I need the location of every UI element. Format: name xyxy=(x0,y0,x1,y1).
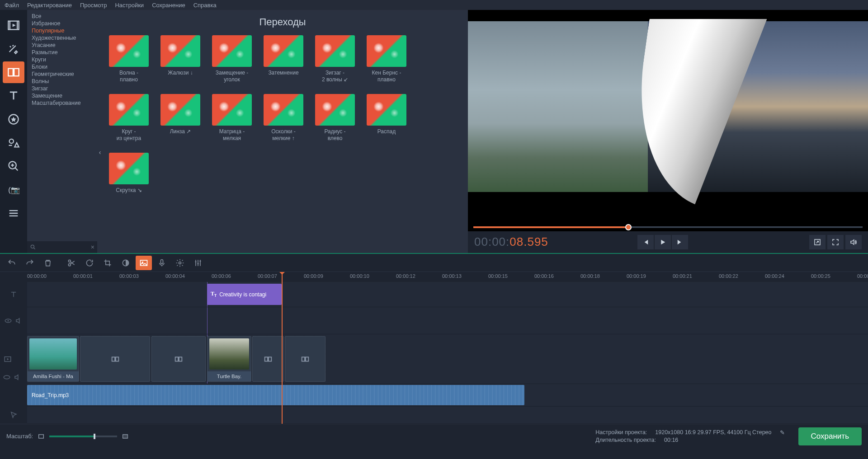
undo-button[interactable] xyxy=(4,256,20,270)
audio-clip[interactable]: Road_Trip.mp3 xyxy=(27,385,524,405)
overlay-track[interactable] xyxy=(27,307,868,334)
volume-icon[interactable] xyxy=(845,235,862,249)
collapse-sidebar-icon[interactable]: ‹ xyxy=(97,145,103,159)
prev-frame-button[interactable] xyxy=(637,235,654,249)
overlay-track-label[interactable] xyxy=(0,307,27,334)
overlay-button[interactable] xyxy=(136,256,152,270)
audio-track-label[interactable] xyxy=(0,384,27,407)
svg-marker-7 xyxy=(14,143,19,147)
transition-item[interactable]: Скрутка ↘ xyxy=(108,153,150,194)
save-button[interactable]: Сохранить xyxy=(798,427,862,445)
category-item[interactable]: Популярные xyxy=(27,27,97,34)
svg-rect-3 xyxy=(14,69,19,76)
video-track-label[interactable] xyxy=(0,334,27,384)
next-frame-button[interactable] xyxy=(672,235,688,249)
title-clip[interactable]: TTCreativity is contagi xyxy=(207,284,282,305)
transition-item[interactable]: Матрица - мелкая xyxy=(211,94,253,142)
redo-button[interactable] xyxy=(22,256,38,270)
title-track[interactable]: TTCreativity is contagi xyxy=(27,282,868,307)
fullscreen-icon[interactable] xyxy=(827,235,844,249)
project-info: Настройки проекта:1920x1080 16:9 29.97 F… xyxy=(595,429,784,443)
category-item[interactable]: Замещение xyxy=(27,92,97,99)
category-item[interactable]: Художественные xyxy=(27,34,97,42)
category-item[interactable]: Масштабирование xyxy=(27,99,97,107)
clear-search-icon[interactable]: × xyxy=(91,244,94,251)
audio-track[interactable]: Road_Trip.mp3 xyxy=(27,384,868,407)
category-item[interactable]: Угасание xyxy=(27,42,97,49)
preview-viewport[interactable] xyxy=(468,10,868,223)
category-item[interactable]: Все xyxy=(27,13,97,20)
category-item[interactable]: Размытие xyxy=(27,49,97,56)
transition-item[interactable]: Радиус - влево xyxy=(314,94,356,142)
tool-titles-icon[interactable] xyxy=(3,85,24,107)
transition-item[interactable]: Линза ↗ xyxy=(160,94,201,142)
cursor-track[interactable] xyxy=(27,407,868,424)
edit-settings-icon[interactable]: ✎ xyxy=(780,429,785,436)
transition-item[interactable]: Затемнение xyxy=(263,35,304,83)
crop-button[interactable] xyxy=(99,256,116,270)
svg-marker-5 xyxy=(11,117,16,122)
tool-shapes-icon[interactable] xyxy=(3,132,24,154)
video-clip-1[interactable]: Amilla Fushi - Ma xyxy=(27,336,79,382)
tool-zoom-icon[interactable] xyxy=(3,155,24,177)
tool-capture-icon[interactable]: (📷) xyxy=(3,179,24,201)
timeline-body[interactable]: 00:00:0000:00:0100:00:0300:00:0400:00:06… xyxy=(27,272,868,424)
category-item[interactable]: Геометрические xyxy=(27,70,97,78)
transition-item[interactable]: Осколки - мелкие ↑ xyxy=(263,94,304,142)
split-button[interactable] xyxy=(63,256,80,270)
menu-view[interactable]: Просмотр xyxy=(80,2,107,9)
transition-item[interactable]: Кен Бернс - плавно xyxy=(366,35,407,83)
transition-item[interactable]: Распад xyxy=(366,94,407,142)
popout-icon[interactable] xyxy=(809,235,826,249)
transition-clip-2[interactable] xyxy=(151,336,206,382)
menu-file[interactable]: Файл xyxy=(5,2,19,9)
eye-icon xyxy=(4,317,12,325)
transition-item[interactable]: Зигзаг - 2 волны ↙ xyxy=(314,35,356,83)
panel-title: Переходы xyxy=(108,16,457,28)
tool-transitions-icon[interactable] xyxy=(3,61,24,83)
transition-item[interactable]: Жалюзи ↓ xyxy=(160,35,201,83)
search-bar[interactable]: × xyxy=(27,241,97,253)
category-item[interactable]: Волны xyxy=(27,78,97,85)
transition-clip-1[interactable] xyxy=(80,336,150,382)
zoom-label: Масштаб: xyxy=(6,433,33,440)
mic-button[interactable] xyxy=(154,256,170,270)
equalizer-button[interactable] xyxy=(190,256,206,270)
transition-item[interactable]: Волна - плавно xyxy=(108,35,150,83)
menu-help[interactable]: Справка xyxy=(193,2,217,9)
menu-save[interactable]: Сохранение xyxy=(152,2,185,9)
preview-seekbar[interactable] xyxy=(468,223,868,231)
transition-item[interactable]: Круг - из центра xyxy=(108,94,150,142)
tool-more-icon[interactable] xyxy=(3,202,24,224)
menu-settings[interactable]: Настройки xyxy=(115,2,144,9)
zoom-out-icon[interactable] xyxy=(38,433,45,440)
color-button[interactable] xyxy=(118,256,134,270)
tool-media-icon[interactable] xyxy=(3,14,24,36)
tool-stickers-icon[interactable] xyxy=(3,108,24,130)
cursor-track-label[interactable] xyxy=(0,407,27,424)
category-item[interactable]: Избранное xyxy=(27,20,97,27)
category-item[interactable]: Блоки xyxy=(27,63,97,70)
category-item[interactable]: Круги xyxy=(27,56,97,63)
category-item[interactable]: Зигзаг xyxy=(27,85,97,92)
svg-rect-32 xyxy=(306,357,308,361)
title-track-label[interactable] xyxy=(0,282,27,307)
playhead[interactable] xyxy=(282,272,283,424)
rotate-button[interactable] xyxy=(81,256,98,270)
video-track[interactable]: Amilla Fushi - Ma Turtle Bay. xyxy=(27,334,868,384)
menu-edit[interactable]: Редактирование xyxy=(27,2,72,9)
transition-item[interactable]: Замещение - уголок xyxy=(211,35,253,83)
tool-filters-icon[interactable] xyxy=(3,38,24,60)
zoom-slider[interactable] xyxy=(49,436,117,437)
zoom-in-icon[interactable] xyxy=(122,433,129,440)
transition-clip-3[interactable] xyxy=(252,336,284,382)
video-clip-2[interactable]: Turtle Bay. xyxy=(207,336,251,382)
play-button[interactable] xyxy=(655,235,671,249)
delete-button[interactable] xyxy=(40,256,56,270)
svg-rect-33 xyxy=(39,435,44,438)
transition-clip-4[interactable] xyxy=(285,336,326,382)
zoom-control[interactable]: Масштаб: xyxy=(6,433,129,440)
settings-button[interactable] xyxy=(172,256,188,270)
timeline-ruler[interactable]: 00:00:0000:00:0100:00:0300:00:0400:00:06… xyxy=(27,272,868,282)
svg-marker-1 xyxy=(13,24,16,27)
